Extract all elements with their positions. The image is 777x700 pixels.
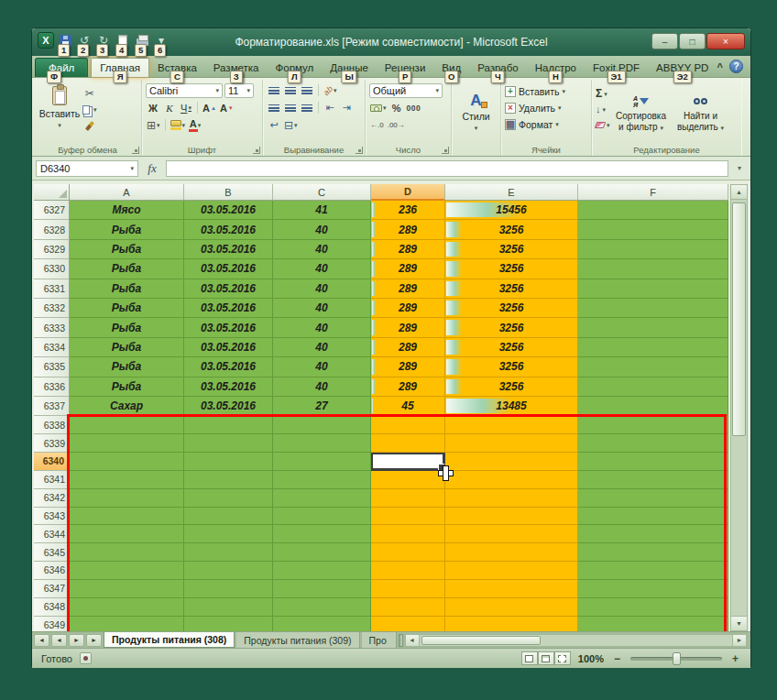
cell-E6330[interactable]: 3256 <box>445 259 578 279</box>
cell-D6345[interactable] <box>371 543 445 562</box>
cell-B6335[interactable]: 03.05.2016 <box>184 357 273 377</box>
zoom-out-button[interactable]: − <box>611 652 623 665</box>
cell-C6329[interactable]: 40 <box>273 240 371 259</box>
cell-D6333[interactable]: 289 <box>371 318 445 337</box>
select-all-corner[interactable] <box>34 184 70 201</box>
cell-A6333[interactable]: Рыба <box>70 318 184 337</box>
cell-B6330[interactable]: 03.05.2016 <box>184 259 273 279</box>
insert-cells-button[interactable]: + Вставить ▾ <box>505 84 587 98</box>
cell-F6328[interactable] <box>578 220 728 239</box>
cell-C6346[interactable] <box>273 562 371 580</box>
cut-button[interactable]: ✂ <box>82 86 98 100</box>
cell-B6334[interactable]: 03.05.2016 <box>184 338 273 357</box>
cell-D6332[interactable]: 289 <box>371 299 445 318</box>
cell-A6327[interactable]: Мясо <box>70 201 184 220</box>
cell-D6336[interactable]: 289 <box>371 377 445 397</box>
cell-E6341[interactable] <box>445 471 578 489</box>
row-header-6331[interactable]: 6331 <box>34 279 70 299</box>
font-color-button[interactable]: А▾ <box>188 118 202 132</box>
find-select-button[interactable]: Найти и выделить ▾ <box>673 82 729 142</box>
last-sheet-button[interactable]: ► <box>86 634 102 647</box>
excel-app-icon[interactable]: X <box>38 32 54 49</box>
cell-E6338[interactable] <box>445 416 578 434</box>
cell-B6327[interactable]: 03.05.2016 <box>184 201 273 220</box>
cell-D6327[interactable]: 236 <box>371 201 445 220</box>
cell-A6342[interactable] <box>70 489 184 508</box>
cell-A6334[interactable]: Рыба <box>70 338 184 357</box>
row-header-6346[interactable]: 6346 <box>34 562 70 580</box>
cell-F6346[interactable] <box>578 562 728 580</box>
cell-A6337[interactable]: Сахар <box>70 397 184 416</box>
cell-D6335[interactable]: 289 <box>371 357 445 377</box>
row-header-6349[interactable]: 6349 <box>34 617 70 631</box>
cell-F6332[interactable] <box>578 299 728 318</box>
cell-D6338[interactable] <box>371 416 445 434</box>
dialog-launcher-icon[interactable] <box>442 147 449 154</box>
cell-A6344[interactable] <box>70 525 184 543</box>
comma-format-button[interactable]: 000 <box>406 101 422 115</box>
sheet-tab-clipped[interactable]: Про <box>362 632 397 648</box>
cell-E6331[interactable]: 3256 <box>445 279 578 299</box>
maximize-button[interactable]: □ <box>679 33 706 49</box>
cell-F6327[interactable] <box>578 201 728 220</box>
cell-B6340[interactable] <box>184 453 273 471</box>
cell-C6336[interactable]: 40 <box>273 377 371 397</box>
dialog-launcher-icon[interactable] <box>132 147 139 154</box>
cell-F6339[interactable] <box>578 434 728 453</box>
cell-F6341[interactable] <box>578 471 728 489</box>
cell-E6339[interactable] <box>445 434 578 453</box>
cell-A6329[interactable]: Рыба <box>70 240 184 259</box>
cell-F6331[interactable] <box>578 279 728 299</box>
tab-nadstroyki[interactable]: Надстро Н <box>527 59 585 77</box>
cell-D6337[interactable]: 45 <box>371 397 445 416</box>
cell-A6330[interactable]: Рыба <box>70 259 184 279</box>
cell-C6334[interactable]: 40 <box>273 338 371 357</box>
column-header-E[interactable]: E <box>445 184 578 201</box>
cell-E6329[interactable]: 3256 <box>445 240 578 259</box>
dialog-launcher-icon[interactable] <box>253 147 260 154</box>
cell-C6342[interactable] <box>273 489 371 508</box>
align-center-button[interactable] <box>283 101 298 115</box>
cell-C6337[interactable]: 27 <box>273 397 371 416</box>
tab-vstavka[interactable]: Вставка С <box>149 59 205 77</box>
page-break-view-button[interactable] <box>554 651 571 665</box>
qat-customize-button[interactable]: ▾ 6 <box>153 32 170 49</box>
copy-button[interactable]: ▾ <box>82 103 98 116</box>
cell-C6327[interactable]: 41 <box>273 201 371 220</box>
styles-button[interactable]: А Стили ▾ <box>455 82 497 142</box>
row-header-6343[interactable]: 6343 <box>34 508 70 526</box>
decrease-decimal-button[interactable]: .00→ <box>387 118 406 132</box>
cell-B6328[interactable]: 03.05.2016 <box>184 220 273 239</box>
wrap-text-button[interactable]: ↩ <box>267 118 281 132</box>
cell-B6337[interactable]: 03.05.2016 <box>184 397 273 416</box>
cell-A6349[interactable] <box>70 617 184 631</box>
cell-C6340[interactable] <box>273 453 371 471</box>
cell-B6345[interactable] <box>184 543 273 562</box>
print-preview-button[interactable]: 4 <box>115 32 131 49</box>
accounting-format-button[interactable]: ▾ <box>369 101 388 115</box>
row-header-6329[interactable]: 6329 <box>34 240 70 259</box>
page-layout-view-button[interactable] <box>538 651 554 665</box>
formula-input[interactable] <box>166 160 728 177</box>
underline-button[interactable]: Ч▾ <box>179 101 193 115</box>
cell-B6347[interactable] <box>184 580 273 598</box>
cell-D6341[interactable] <box>371 471 445 489</box>
horizontal-scrollbar[interactable]: ◄ ► <box>405 634 747 647</box>
row-header-6336[interactable]: 6336 <box>34 377 70 397</box>
cell-B6349[interactable] <box>184 617 273 631</box>
tab-razrabotchik[interactable]: Разрабо Ч <box>469 59 527 77</box>
undo-button[interactable]: ↺ 2 <box>76 32 93 49</box>
cell-F6340[interactable] <box>578 453 728 471</box>
cell-B6339[interactable] <box>184 434 273 453</box>
cell-B6348[interactable] <box>184 598 273 617</box>
borders-button[interactable]: ⊞▾ <box>146 118 161 132</box>
scroll-down-button[interactable]: ▼ <box>731 616 747 630</box>
cell-A6335[interactable]: Рыба <box>70 357 184 377</box>
row-header-6340[interactable]: 6340 <box>34 453 70 471</box>
cell-F6342[interactable] <box>578 489 728 508</box>
fill-button[interactable]: ↓▾ <box>596 103 610 115</box>
cell-F6334[interactable] <box>578 338 728 357</box>
close-button[interactable]: × <box>706 33 745 49</box>
grow-font-button[interactable]: А▲ <box>202 101 217 115</box>
row-header-6338[interactable]: 6338 <box>34 416 70 434</box>
